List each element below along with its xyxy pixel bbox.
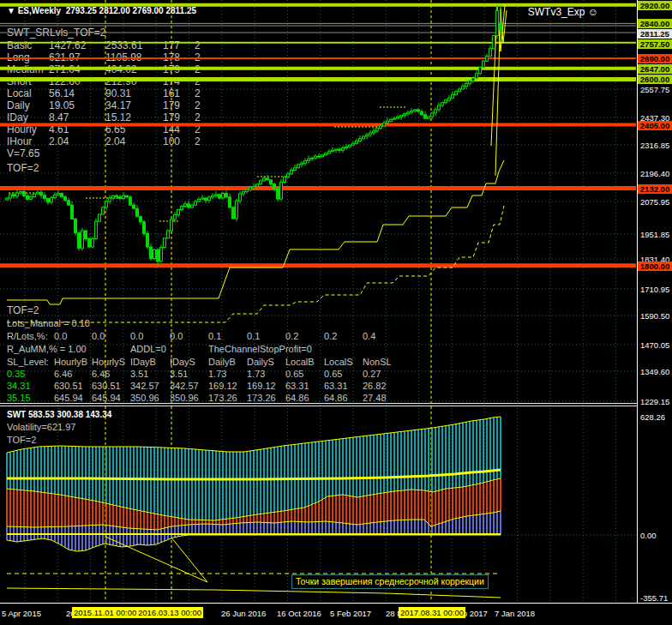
vol-bar-lower xyxy=(407,520,409,535)
vol-bar-lower xyxy=(325,521,327,535)
vol-bar-upper xyxy=(383,434,385,493)
candle-body xyxy=(273,184,276,189)
expert-name-label: SWTv3_Exp ☺ xyxy=(528,6,598,18)
candle-body xyxy=(462,87,465,89)
candle-body xyxy=(9,195,12,198)
vol-bar-mid xyxy=(40,492,42,527)
vol-bar-mid xyxy=(30,491,32,527)
vol-bar-upper xyxy=(253,450,255,514)
chart-canvas[interactable] xyxy=(0,0,672,625)
price-level-badge: 2132.00 xyxy=(638,184,672,194)
vol-bar-mid xyxy=(301,508,303,521)
vol-bar-mid xyxy=(318,502,320,521)
vol-bar-lower xyxy=(71,526,73,550)
vol-bar-mid xyxy=(239,517,241,523)
vol-bar-upper xyxy=(328,441,330,496)
vol-bar-upper xyxy=(191,449,193,520)
candle-body xyxy=(6,198,9,200)
vol-bar-upper xyxy=(448,425,450,489)
vol-bar-upper xyxy=(23,449,25,490)
vol-bar-lower xyxy=(88,526,90,550)
vol-bar-lower xyxy=(61,526,63,545)
candle-body xyxy=(191,205,194,207)
vol-bar-lower xyxy=(44,527,45,539)
vol-bar-mid xyxy=(6,489,8,526)
candle-body xyxy=(195,201,197,205)
vol-bar-upper xyxy=(373,435,375,494)
candle-body xyxy=(184,204,187,207)
vol-bar-mid xyxy=(349,496,351,524)
vol-bar-upper xyxy=(27,448,28,490)
vol-bar-lower xyxy=(297,521,299,535)
candle-body xyxy=(95,221,98,238)
candle-body xyxy=(304,161,307,164)
vol-bar-lower xyxy=(75,526,76,551)
vol-bar-mid xyxy=(68,496,69,526)
vol-bar-upper xyxy=(81,447,83,499)
vol-bar-lower xyxy=(455,519,457,535)
vol-bar-mid xyxy=(136,510,138,529)
vol-bar-upper xyxy=(212,451,213,520)
candle-body xyxy=(102,207,105,214)
vol-bar-upper xyxy=(363,436,364,496)
vol-bar-mid xyxy=(452,488,453,519)
time-axis[interactable]: 5 Apr 201526 Jul 201526 Jun 201616 Oct 2… xyxy=(0,604,672,625)
candle-body xyxy=(345,147,348,147)
vol-bar-lower xyxy=(78,526,80,550)
vol-bar-lower xyxy=(304,522,306,535)
time-label: 26 Jun 2016 xyxy=(221,609,266,618)
vol-bar-lower xyxy=(140,529,141,544)
vol-bar-mid xyxy=(332,496,333,521)
candle-body xyxy=(270,180,273,184)
vol-bar-mid xyxy=(342,495,344,523)
vol-bar-upper xyxy=(222,452,224,520)
price-axis[interactable]: 2557.752437.302316.852196.402075.951951.… xyxy=(638,0,672,603)
vol-bar-mid xyxy=(33,491,35,527)
vol-bar-lower xyxy=(112,526,114,545)
vol-bar-mid xyxy=(380,493,381,521)
candle-body xyxy=(260,181,262,184)
vol-bar-mid xyxy=(81,499,83,526)
vol-bar-upper xyxy=(229,452,231,519)
candle-body xyxy=(493,35,495,48)
vol-bar-upper xyxy=(71,446,73,496)
vol-bar-upper xyxy=(246,452,248,516)
vol-bar-lower xyxy=(47,527,49,540)
vol-bar-mid xyxy=(431,492,433,526)
vol-bar-mid xyxy=(428,491,429,524)
candle-body xyxy=(287,174,290,177)
vol-bar-lower xyxy=(414,520,416,535)
vol-bar-lower xyxy=(81,526,83,550)
vol-bar-mid xyxy=(267,513,268,522)
candle-body xyxy=(332,150,334,151)
vol-bar-mid xyxy=(112,505,114,526)
vol-bar-mid xyxy=(57,495,59,527)
candle-body xyxy=(57,194,60,195)
vol-bar-upper xyxy=(441,426,443,490)
vol-bar-upper xyxy=(171,448,172,516)
vol-bar-mid xyxy=(469,485,471,515)
vol-bar-lower xyxy=(421,520,423,535)
price-tick-label: 1590.50 xyxy=(640,311,669,321)
vol-bar-mid xyxy=(208,520,210,524)
vol-bar-mid xyxy=(287,510,289,521)
vol-bar-mid xyxy=(171,517,172,526)
vol-bar-mid xyxy=(459,487,460,517)
vol-bar-upper xyxy=(366,436,368,496)
vol-bar-upper xyxy=(297,444,299,508)
vol-bar-lower xyxy=(150,530,152,545)
vol-bar-mid xyxy=(184,519,186,525)
price-tick-label: 1229.15 xyxy=(640,397,669,406)
vol-bar-lower xyxy=(376,522,378,535)
vol-bar-upper xyxy=(397,432,399,491)
candle-body xyxy=(431,113,434,117)
vol-bar-mid xyxy=(205,520,207,524)
vol-bar-lower xyxy=(308,522,309,535)
candle-body xyxy=(153,249,156,258)
candle-body xyxy=(301,163,303,165)
candle-body xyxy=(284,177,286,183)
vol-bar-mid xyxy=(249,515,251,522)
vol-bar-mid xyxy=(37,492,39,527)
candle-body xyxy=(157,249,159,261)
vol-bar-upper xyxy=(208,450,210,520)
